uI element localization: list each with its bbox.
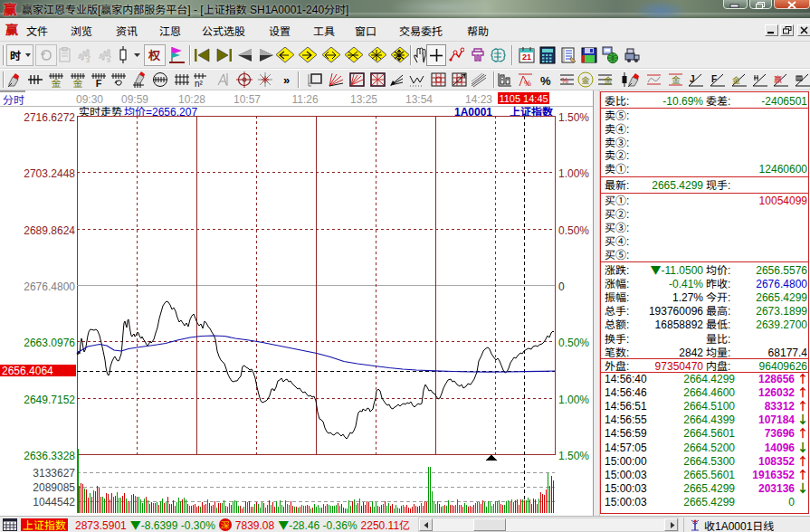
svg-text:金: 金 <box>72 75 82 89</box>
svg-text:0.50%: 0.50% <box>558 334 589 349</box>
svg-text:2663.0976: 2663.0976 <box>24 334 75 349</box>
svg-text:金: 金 <box>581 74 589 86</box>
svg-text:0.50%: 0.50% <box>558 222 589 237</box>
svg-text:9: 9 <box>107 55 110 63</box>
svg-text:0: 0 <box>558 278 565 293</box>
svg-text:3: 3 <box>86 55 90 63</box>
svg-text:1044542: 1044542 <box>33 493 75 508</box>
svg-text:21: 21 <box>522 51 531 62</box>
svg-text:10:57: 10:57 <box>233 90 261 106</box>
svg-text:%: % <box>540 71 551 89</box>
svg-text:n²: n² <box>195 76 204 89</box>
svg-text:金: 金 <box>672 72 681 86</box>
svg-text:13:25: 13:25 <box>350 90 377 106</box>
svg-text:2689.8624: 2689.8624 <box>24 222 75 237</box>
svg-text:1.00%: 1.00% <box>558 391 589 406</box>
svg-text:金: 金 <box>732 74 740 86</box>
svg-text:金: 金 <box>604 73 613 87</box>
svg-text:11:26: 11:26 <box>291 90 318 106</box>
svg-text:2703.2448: 2703.2448 <box>24 165 75 180</box>
svg-text:2636.3328: 2636.3328 <box>24 447 75 462</box>
svg-text:1.50%: 1.50% <box>558 109 589 124</box>
svg-text:2649.7152: 2649.7152 <box>24 391 75 406</box>
svg-text:13:54: 13:54 <box>405 90 433 106</box>
svg-text:金: 金 <box>52 75 62 89</box>
svg-text:2656.4064: 2656.4064 <box>2 362 53 377</box>
svg-text:1.00%: 1.00% <box>558 165 589 180</box>
svg-text:1.50%: 1.50% <box>558 447 589 462</box>
svg-text:2676.4800: 2676.4800 <box>24 278 75 293</box>
svg-text:F: F <box>95 75 101 89</box>
svg-text:%: % <box>524 77 531 89</box>
svg-text:2716.6272: 2716.6272 <box>24 109 75 124</box>
svg-text:F: F <box>711 71 717 85</box>
svg-text:3133627: 3133627 <box>33 464 75 480</box>
svg-text:2089085: 2089085 <box>33 479 75 494</box>
svg-text:%: % <box>561 74 568 86</box>
svg-text:赢: 赢 <box>774 73 782 85</box>
svg-text:J: J <box>690 71 695 85</box>
svg-text:分时: 分时 <box>3 91 24 107</box>
